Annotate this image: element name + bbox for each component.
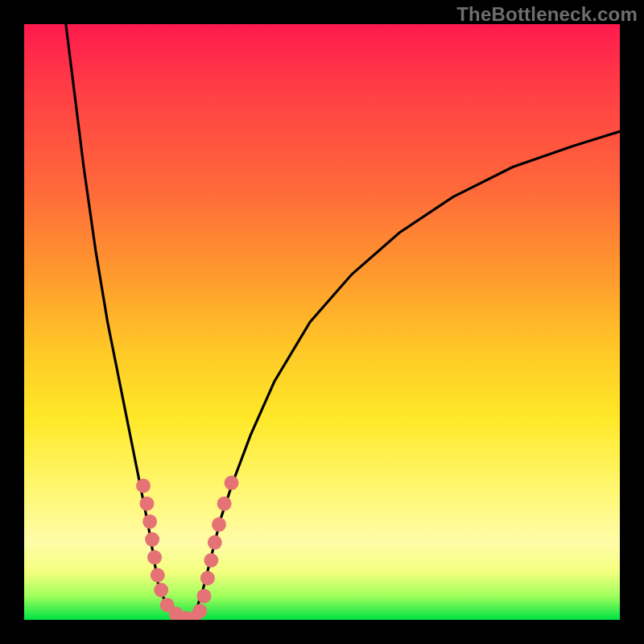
- data-marker: [142, 514, 157, 529]
- data-marker: [139, 497, 154, 511]
- data-marker: [154, 583, 168, 597]
- data-marker: [196, 588, 211, 603]
- data-marker: [147, 550, 162, 564]
- data-marker: [145, 532, 159, 547]
- left-branch-curve: [66, 24, 191, 620]
- data-marker: [204, 553, 218, 568]
- curve-layer: [66, 24, 620, 620]
- data-marker: [136, 479, 151, 493]
- data-marker: [151, 568, 165, 583]
- data-marker: [225, 476, 239, 490]
- data-marker: [208, 535, 222, 550]
- data-marker: [192, 604, 207, 618]
- watermark-text: TheBottleneck.com: [456, 3, 638, 26]
- data-marker: [200, 571, 215, 585]
- data-marker: [212, 518, 226, 532]
- right-branch-curve: [191, 131, 620, 620]
- data-marker: [217, 497, 232, 511]
- chart-svg: [24, 24, 620, 620]
- outer-frame: TheBottleneck.com: [0, 0, 644, 644]
